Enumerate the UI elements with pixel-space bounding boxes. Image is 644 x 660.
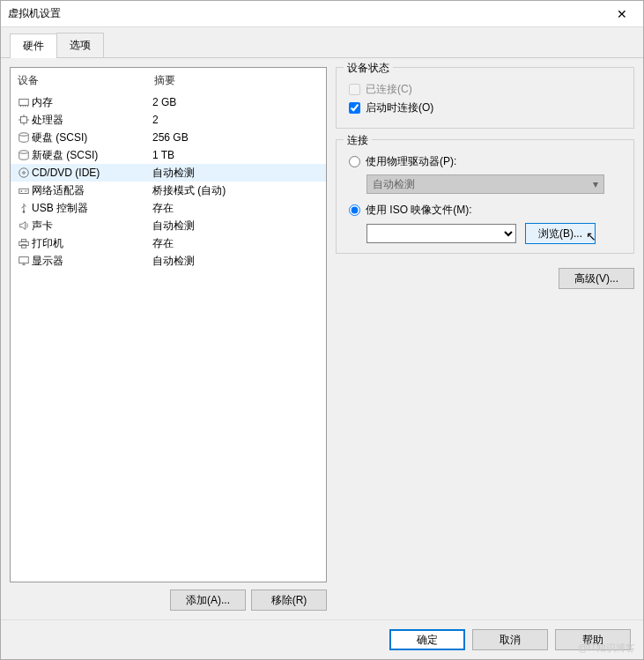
sound-icon bbox=[16, 219, 32, 232]
svg-point-15 bbox=[21, 190, 23, 192]
list-item[interactable]: 新硬盘 (SCSI)1 TB bbox=[11, 146, 326, 164]
device-summary: 存在 bbox=[152, 236, 321, 251]
list-item[interactable]: 网络适配器桥接模式 (自动) bbox=[11, 182, 326, 199]
cpu-icon bbox=[16, 114, 32, 126]
list-item[interactable]: 打印机存在 bbox=[11, 234, 326, 252]
tab-options[interactable]: 选项 bbox=[56, 33, 104, 57]
left-buttons: 添加(A)... 移除(R) bbox=[10, 590, 327, 611]
physical-dropdown-wrap: 自动检测 ▾ bbox=[366, 174, 625, 194]
usb-icon bbox=[16, 202, 32, 214]
connected-checkbox-row: 已连接(C) bbox=[349, 82, 625, 97]
device-name: CD/DVD (IDE) bbox=[32, 167, 152, 179]
advanced-button[interactable]: 高级(V)... bbox=[559, 268, 634, 289]
connection-title: 连接 bbox=[344, 133, 372, 148]
poweron-checkbox-row[interactable]: 启动时连接(O) bbox=[349, 100, 625, 115]
connection-group: 连接 使用物理驱动器(P): 自动检测 ▾ 使用 ISO 映像文件(M): bbox=[336, 139, 634, 254]
svg-rect-14 bbox=[19, 189, 29, 193]
tab-strip: 硬件 选项 bbox=[1, 27, 643, 58]
header-device: 设备 bbox=[18, 73, 154, 88]
physical-value: 自动检测 bbox=[373, 177, 415, 192]
device-summary: 自动检测 bbox=[152, 219, 321, 234]
list-item[interactable]: 处理器2 bbox=[11, 111, 326, 129]
device-name: 打印机 bbox=[32, 236, 152, 251]
device-name: 内存 bbox=[32, 95, 152, 110]
list-body: 内存2 GB处理器2硬盘 (SCSI)256 GB新硬盘 (SCSI)1 TBC… bbox=[11, 93, 326, 582]
right-panel: 设备状态 已连接(C) 启动时连接(O) 连接 使用物理驱动器(P): bbox=[336, 67, 634, 611]
display-icon bbox=[16, 255, 32, 267]
printer-icon bbox=[16, 237, 32, 249]
device-summary: 自动检测 bbox=[152, 254, 321, 269]
device-status-group: 设备状态 已连接(C) 启动时连接(O) bbox=[336, 67, 634, 129]
disk-icon bbox=[16, 149, 32, 161]
iso-radio-row[interactable]: 使用 ISO 映像文件(M): bbox=[349, 203, 625, 218]
window-title: 虚拟机设置 bbox=[8, 6, 608, 21]
svg-rect-21 bbox=[19, 257, 29, 263]
svg-point-17 bbox=[23, 211, 26, 213]
watermark: @IT知识博客 bbox=[578, 641, 635, 655]
left-panel: 设备 摘要 内存2 GB处理器2硬盘 (SCSI)256 GB新硬盘 (SCSI… bbox=[10, 67, 327, 611]
cd-icon bbox=[16, 167, 32, 179]
device-summary: 1 TB bbox=[152, 149, 321, 161]
svg-point-10 bbox=[19, 133, 29, 137]
iso-label: 使用 ISO 映像文件(M): bbox=[366, 203, 472, 218]
list-item[interactable]: 内存2 GB bbox=[11, 93, 326, 111]
svg-rect-19 bbox=[21, 240, 26, 242]
disk-icon bbox=[16, 131, 32, 144]
device-list: 设备 摘要 内存2 GB处理器2硬盘 (SCSI)256 GB新硬盘 (SCSI… bbox=[10, 67, 327, 582]
device-summary: 2 GB bbox=[152, 96, 321, 108]
poweron-label: 启动时连接(O) bbox=[366, 100, 433, 115]
close-icon[interactable]: ✕ bbox=[608, 7, 636, 21]
device-summary: 存在 bbox=[152, 201, 321, 216]
device-name: 处理器 bbox=[32, 113, 152, 128]
content-area: 设备 摘要 内存2 GB处理器2硬盘 (SCSI)256 GB新硬盘 (SCSI… bbox=[1, 58, 643, 619]
physical-dropdown: 自动检测 ▾ bbox=[366, 174, 604, 194]
svg-point-12 bbox=[19, 168, 29, 178]
header-summary: 摘要 bbox=[154, 73, 319, 88]
vm-settings-window: 虚拟机设置 ✕ 硬件 选项 设备 摘要 内存2 GB处理器2硬盘 (SCSI)2… bbox=[0, 0, 644, 660]
device-summary: 自动检测 bbox=[152, 166, 321, 181]
list-item[interactable]: USB 控制器存在 bbox=[11, 199, 326, 217]
device-name: 声卡 bbox=[32, 219, 152, 234]
footer: 确定 取消 帮助 bbox=[1, 619, 643, 659]
device-name: 显示器 bbox=[32, 254, 152, 269]
cancel-button[interactable]: 取消 bbox=[472, 629, 548, 650]
network-icon bbox=[16, 184, 32, 197]
list-item[interactable]: CD/DVD (IDE)自动检测 bbox=[11, 164, 326, 182]
device-summary: 256 GB bbox=[152, 131, 321, 144]
connected-label: 已连接(C) bbox=[366, 82, 412, 97]
cursor-icon: ↖ bbox=[586, 229, 596, 243]
physical-label: 使用物理驱动器(P): bbox=[366, 154, 456, 169]
physical-radio[interactable] bbox=[349, 156, 360, 167]
titlebar: 虚拟机设置 ✕ bbox=[1, 1, 643, 27]
poweron-checkbox[interactable] bbox=[349, 102, 360, 114]
device-name: 硬盘 (SCSI) bbox=[32, 130, 152, 145]
browse-button[interactable]: 浏览(B)... ↖ bbox=[525, 223, 596, 244]
list-item[interactable]: 硬盘 (SCSI)256 GB bbox=[11, 129, 326, 146]
remove-button[interactable]: 移除(R) bbox=[251, 590, 327, 611]
list-header: 设备 摘要 bbox=[11, 68, 326, 93]
svg-point-13 bbox=[23, 172, 26, 174]
device-summary: 2 bbox=[152, 114, 321, 126]
iso-row: 浏览(B)... ↖ bbox=[366, 223, 625, 244]
svg-point-11 bbox=[19, 151, 29, 154]
connected-checkbox bbox=[349, 84, 360, 95]
iso-path-dropdown[interactable] bbox=[366, 224, 516, 243]
svg-rect-5 bbox=[21, 117, 27, 123]
advanced-row: 高级(V)... bbox=[336, 268, 634, 289]
device-summary: 桥接模式 (自动) bbox=[152, 183, 321, 198]
device-name: 网络适配器 bbox=[32, 183, 152, 198]
chevron-down-icon: ▾ bbox=[593, 178, 598, 190]
tab-hardware[interactable]: 硬件 bbox=[10, 33, 57, 58]
add-button[interactable]: 添加(A)... bbox=[170, 590, 246, 611]
memory-icon bbox=[16, 96, 32, 108]
svg-rect-0 bbox=[19, 100, 29, 106]
device-status-title: 设备状态 bbox=[344, 61, 393, 76]
list-item[interactable]: 显示器自动检测 bbox=[11, 252, 326, 270]
device-name: 新硬盘 (SCSI) bbox=[32, 148, 152, 163]
list-item[interactable]: 声卡自动检测 bbox=[11, 217, 326, 234]
ok-button[interactable]: 确定 bbox=[389, 629, 465, 650]
iso-radio[interactable] bbox=[349, 204, 360, 216]
device-name: USB 控制器 bbox=[32, 201, 152, 216]
physical-radio-row[interactable]: 使用物理驱动器(P): bbox=[349, 154, 625, 169]
